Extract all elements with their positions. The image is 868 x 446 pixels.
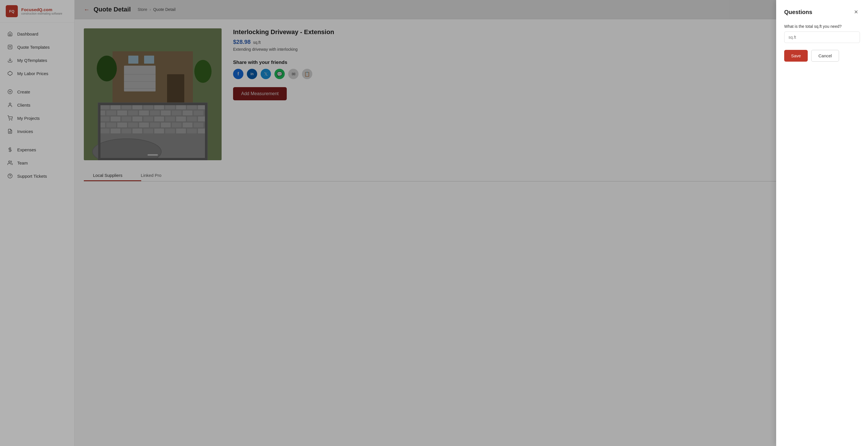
panel-close-button[interactable]: ✕ [852,8,860,16]
questions-panel: Questions ✕ What is the total sq.ft you … [776,0,868,446]
sqft-input[interactable] [784,32,860,43]
panel-title: Questions [784,9,812,15]
save-button[interactable]: Save [784,50,808,62]
panel-actions: Save Cancel [784,50,860,62]
question-label: What is the total sq.ft you need? [784,24,860,29]
panel-header: Questions ✕ [784,8,860,16]
modal-overlay[interactable] [0,0,776,446]
cancel-button[interactable]: Cancel [811,50,839,62]
